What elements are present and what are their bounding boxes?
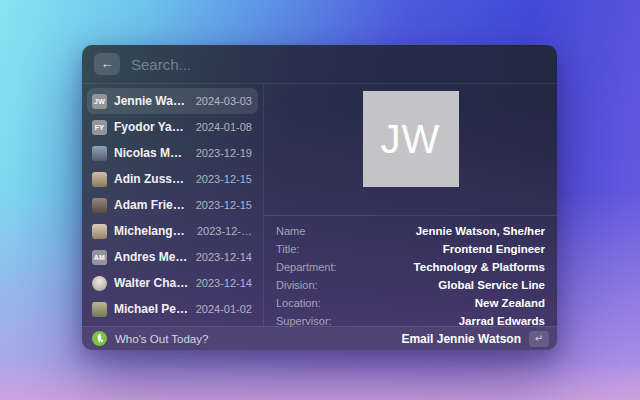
metadata-row: Name Jennie Watson, She/her <box>276 222 545 240</box>
list-item[interactable]: Michelangelo Huang… 2023-12-… <box>87 218 258 244</box>
detail-avatar-area: JW <box>264 84 557 215</box>
list-item[interactable]: FY Fyodor Yakimchouk 2024-01-08 <box>87 114 258 140</box>
avatar-photo <box>92 198 107 213</box>
field-value: Jennie Watson, She/her <box>416 225 545 237</box>
person-name: Michelangelo Huang… <box>114 224 190 238</box>
list-item[interactable]: Adin Zussman 2023-12-15 <box>87 166 258 192</box>
content-area: JW Jennie Watson 2024-03-03 FY Fyodor Ya… <box>82 84 557 326</box>
field-label: Department: <box>276 261 337 273</box>
field-label: Name <box>276 225 305 237</box>
person-date: 2023-12-14 <box>196 277 252 289</box>
person-date: 2023-12-19 <box>196 147 252 159</box>
list-item[interactable]: JW Jennie Watson 2024-03-03 <box>87 88 258 114</box>
field-value: Global Service Line <box>438 279 545 291</box>
person-date: 2023-12-15 <box>196 199 252 211</box>
avatar-photo <box>92 172 107 187</box>
avatar: JW <box>92 94 107 109</box>
person-date: 2023-12-… <box>197 225 252 237</box>
metadata-row: Title: Frontend Engineer <box>276 240 545 258</box>
bamboohr-icon <box>92 331 107 346</box>
field-label: Location: <box>276 297 321 309</box>
person-name: Andres Mercado <box>114 250 189 264</box>
person-name: Nicolas Moreno <box>114 146 189 160</box>
person-date: 2023-12-15 <box>196 173 252 185</box>
avatar: FY <box>92 120 107 135</box>
list-item[interactable]: Michael Petry 2024-01-02 <box>87 296 258 322</box>
primary-action-label: Email Jennie Watson <box>401 332 521 346</box>
avatar-photo <box>92 146 107 161</box>
person-date: 2024-01-02 <box>196 303 252 315</box>
avatar-photo <box>92 224 107 239</box>
extension-info: Who's Out Today? <box>92 331 393 346</box>
person-name: Adin Zussman <box>114 172 189 186</box>
person-date: 2024-03-03 <box>196 95 252 107</box>
people-list: JW Jennie Watson 2024-03-03 FY Fyodor Ya… <box>82 84 263 326</box>
extension-title: Who's Out Today? <box>115 333 208 345</box>
enter-key-icon: ↵ <box>529 331 549 347</box>
back-arrow-icon: ← <box>101 56 114 71</box>
field-value: Technology & Platforms <box>414 261 545 273</box>
search-input[interactable] <box>131 56 545 73</box>
person-name: Adam Friedman <box>114 198 189 212</box>
back-button[interactable]: ← <box>94 53 120 75</box>
field-value: Frontend Engineer <box>443 243 545 255</box>
field-label: Division: <box>276 279 318 291</box>
metadata-row: Division: Global Service Line <box>276 276 545 294</box>
list-item[interactable]: Nicolas Moreno 2023-12-19 <box>87 140 258 166</box>
avatar-photo <box>92 276 107 291</box>
detail-avatar: JW <box>363 91 459 187</box>
detail-panel: JW Name Jennie Watson, She/her Title: Fr… <box>264 84 557 326</box>
metadata-row: Location: New Zealand <box>276 294 545 312</box>
person-date: 2024-01-08 <box>196 121 252 133</box>
avatar: AM <box>92 250 107 265</box>
person-name: Fyodor Yakimchouk <box>114 120 189 134</box>
action-bar: Who's Out Today? Email Jennie Watson ↵ <box>82 326 557 350</box>
person-name: Jennie Watson <box>114 94 189 108</box>
metadata-row: Department: Technology & Platforms <box>276 258 545 276</box>
list-item[interactable]: Walter Channell 2023-12-14 <box>87 270 258 296</box>
person-date: 2023-12-14 <box>196 251 252 263</box>
list-item[interactable]: Adam Friedman 2023-12-15 <box>87 192 258 218</box>
field-label: Title: <box>276 243 299 255</box>
person-name: Walter Channell <box>114 276 189 290</box>
detail-metadata: Name Jennie Watson, She/her Title: Front… <box>264 215 557 334</box>
launcher-window: ← JW Jennie Watson 2024-03-03 FY Fyodor … <box>82 45 557 350</box>
avatar-photo <box>92 302 107 317</box>
search-header: ← <box>82 45 557 84</box>
list-item[interactable]: AM Andres Mercado 2023-12-14 <box>87 244 258 270</box>
primary-action-button[interactable]: Email Jennie Watson ↵ <box>401 331 549 347</box>
person-name: Michael Petry <box>114 302 189 316</box>
field-value: New Zealand <box>475 297 545 309</box>
